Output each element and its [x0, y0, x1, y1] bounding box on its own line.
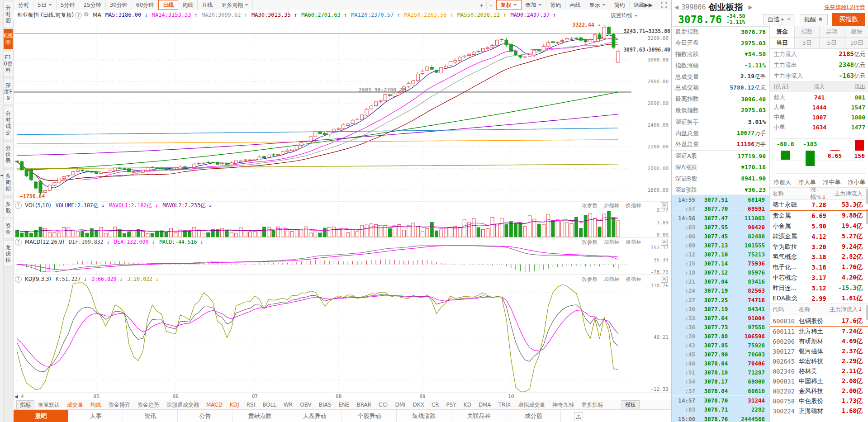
bottom-tab-股吧[interactable]: 股吧: [14, 410, 68, 422]
indicator-tab-CCI[interactable]: CCI: [375, 402, 391, 408]
tick-row[interactable]: :573078.0460610: [672, 386, 769, 395]
indicator-tab-均线[interactable]: 均线: [87, 401, 105, 409]
buy-index-button[interactable]: 买指数: [832, 13, 865, 26]
fund-tab-资金[interactable]: 资金: [770, 26, 795, 37]
indicator-tab-KD[interactable]: KD: [460, 402, 475, 408]
help-icon[interactable]: ?: [75, 12, 82, 19]
tool-button-隐藏▶▶[interactable]: 隐藏▶▶: [630, 0, 657, 9]
sector-row-能源金属[interactable]: 能源金属4.125.27亿: [770, 231, 868, 242]
tool-button-画线[interactable]: 画线: [566, 0, 585, 9]
tick-row[interactable]: :273077.2574716: [672, 295, 769, 304]
tick-row[interactable]: :213077.0483416: [672, 277, 769, 286]
sidebar-item-F10资料[interactable]: F10资料: [4, 51, 13, 77]
sector-row-小金属[interactable]: 小金属5.9019.4亿: [770, 221, 868, 232]
stock-col-flow[interactable]: 主力净流入↓: [827, 306, 866, 313]
stock-col-code[interactable]: 代码: [773, 306, 799, 313]
bottom-tab-大盘异动[interactable]: 大盘异动: [287, 410, 342, 422]
tick-row[interactable]: :453077.9078603: [672, 350, 769, 359]
sidebar-item-K线图[interactable]: K线图: [4, 29, 13, 49]
sector-row-稀土永磁[interactable]: 稀土永磁7.2853.3亿: [770, 200, 868, 211]
sidebar-collapse-strip[interactable]: ◄: [0, 0, 4, 422]
bottom-tab-关联品种[interactable]: 关联品种: [451, 410, 506, 422]
fullscreen-button[interactable]: [657, 0, 671, 9]
period-tab-月线[interactable]: 月线: [198, 0, 217, 9]
help-icon[interactable]: ?: [15, 276, 22, 283]
tick-row[interactable]: 15:003078.762444568: [672, 414, 769, 422]
macd-close-button[interactable]: ×: [661, 239, 668, 246]
help-icon[interactable]: ?: [15, 202, 22, 209]
sidebar-item-龙虎榜[interactable]: 龙虎榜: [4, 241, 13, 267]
period-tab-15分钟[interactable]: 15分钟: [79, 0, 105, 9]
indicator-tab-WR[interactable]: WR: [280, 402, 296, 408]
stock-row-300224[interactable]: 300224正海磁材1.68亿: [770, 406, 868, 416]
tick-row[interactable]: :303077.1994341: [672, 304, 769, 313]
help-icon[interactable]: ?: [15, 239, 22, 246]
sidebar-item-分时图[interactable]: 分时图: [4, 1, 13, 27]
tick-row[interactable]: :543078.1769808: [672, 377, 769, 386]
bottom-tab-大事[interactable]: 大事: [68, 410, 123, 422]
tick-row[interactable]: :333077.6491004: [672, 313, 769, 322]
kdj-link-换指标[interactable]: 换指标: [626, 276, 642, 283]
sector-row-EDA概念[interactable]: EDA概念2.991.61亿: [770, 293, 868, 303]
sector-row-中芯概念[interactable]: 中芯概念3.174.20亿: [770, 273, 868, 283]
bottom-tab-公告[interactable]: 公告: [178, 410, 232, 422]
indicator-tab-ENE[interactable]: ENE: [335, 402, 353, 408]
tick-row[interactable]: :123077.1075213: [672, 250, 769, 259]
stock-row-600111[interactable]: 600111北方稀土7.24亿: [770, 327, 868, 337]
tick-row[interactable]: :423077.8575928: [672, 341, 769, 350]
indicator-tab-更多指标[interactable]: 更多指标: [578, 401, 607, 409]
tick-row[interactable]: :483078.0470406: [672, 359, 769, 368]
vol-link-改参数[interactable]: 改参数: [582, 202, 598, 209]
tool-button-－[interactable]: －: [487, 0, 496, 9]
tick-row[interactable]: :573077.7069591: [672, 204, 769, 213]
indicator-tab-BRAR[interactable]: BRAR: [353, 402, 375, 408]
indicator-tab-神奇九转[interactable]: 神奇九转: [549, 401, 578, 409]
indicator-tab-成交量[interactable]: 成交量: [63, 401, 87, 409]
macd-link-换指标[interactable]: 换指标: [626, 239, 642, 246]
indicator-tab-深股通成交额[interactable]: 深股通成交额: [163, 401, 203, 409]
sector-row-贵金属[interactable]: 贵金属6.699.88亿: [770, 211, 868, 221]
sector-row-电子化...[interactable]: 电子化...3.181.76亿: [770, 262, 868, 273]
bottom-tab-贡献点数[interactable]: 贡献点数: [232, 410, 287, 422]
tick-row[interactable]: :093077.13101555: [672, 241, 769, 250]
fund-tab-板块[interactable]: 板块: [844, 26, 868, 37]
fund-period-5日[interactable]: 5日: [820, 38, 844, 48]
collapse-arrow-icon[interactable]: ◄: [0, 173, 3, 177]
sidebar-item-分时成交[interactable]: 分时成交: [4, 107, 13, 139]
tick-row[interactable]: 14:553077.5168149: [672, 194, 769, 204]
fund-tab-异动[interactable]: 异动: [820, 26, 844, 37]
indicator-tab-PSY[interactable]: PSY: [443, 402, 460, 408]
indicator-tab-BOLL[interactable]: BOLL: [259, 402, 280, 408]
gear-icon[interactable]: [83, 11, 89, 19]
vol-link-换指标[interactable]: 换指标: [626, 202, 642, 209]
stock-row-000831[interactable]: 000831中国稀土2.08亿: [770, 376, 868, 386]
alert-button[interactable]: 提醒: [800, 14, 828, 25]
next-stock-arrow-icon[interactable]: ▶: [745, 4, 755, 10]
sector-col-name[interactable]: 名称: [773, 190, 811, 198]
macd-link-加指标[interactable]: 加指标: [604, 239, 620, 246]
tick-row[interactable]: :363077.7397558: [672, 322, 769, 332]
sector-row-昨日连...[interactable]: 昨日连...3.12-15.3亿: [770, 283, 868, 293]
prev-stock-arrow-icon[interactable]: ◀: [672, 4, 681, 10]
indicator-tab-资金趋势[interactable]: 资金趋势: [134, 401, 163, 409]
stock-row-002340[interactable]: 002340格林美2.11亿: [770, 366, 868, 376]
kdj-link-加指标[interactable]: 加指标: [604, 276, 620, 283]
indicator-tab-DKX[interactable]: DKX: [409, 402, 428, 408]
add-watchlist-button[interactable]: 自选＋: [763, 14, 795, 25]
stock-row-002202[interactable]: 002202金风科技2.00亿: [770, 386, 868, 396]
period-tab-更多周期[interactable]: 更多周期: [217, 0, 253, 9]
stock-row-000758[interactable]: 000758中色股份1.73亿: [770, 396, 868, 406]
sidebar-item-多股[interactable]: 多股: [4, 197, 13, 217]
stock-row-300127[interactable]: 300127银河磁体2.37亿: [770, 346, 868, 356]
l2-trial-link[interactable]: 免费体验L2行情: [824, 4, 865, 11]
stock-col-name[interactable]: 名称: [799, 306, 827, 313]
indicator-tab-KDJ[interactable]: KDJ: [226, 402, 243, 408]
tick-row[interactable]: 14:573078.7031244: [672, 395, 769, 405]
fund-tab-指数[interactable]: 指数: [795, 26, 820, 37]
indicator-tab-虚拟成交量[interactable]: 虚拟成交量: [514, 401, 549, 409]
tool-button-筹码[interactable]: 筹码: [546, 0, 566, 9]
bottom-tab-资讯[interactable]: 资讯: [123, 410, 178, 422]
bottom-tab-个股异动[interactable]: 个股异动: [342, 410, 397, 422]
bottom-tab-成分股[interactable]: 成分股: [506, 410, 561, 422]
indicator-tab-DMI[interactable]: DMI: [391, 402, 409, 408]
